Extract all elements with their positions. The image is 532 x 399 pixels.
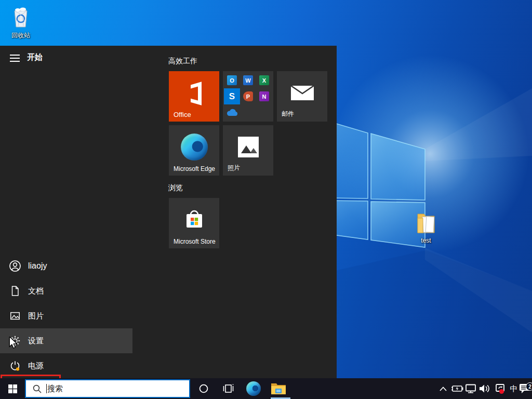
task-view-icon	[223, 383, 234, 394]
cortana-button[interactable]	[191, 378, 216, 399]
tile-store-label: Microsoft Store	[174, 238, 216, 245]
tray-update-status-button[interactable]	[493, 378, 508, 399]
tile-group-title-browse: 浏览	[168, 183, 183, 193]
user-icon	[9, 260, 21, 272]
onedrive-icon	[226, 109, 238, 117]
office-icon	[183, 81, 205, 107]
recycle-bin-icon	[8, 4, 33, 30]
sidebar-item-settings[interactable]: 设置	[0, 328, 132, 353]
sidebar-item-power[interactable]: 电源	[0, 353, 132, 378]
desktop-icon-test-folder[interactable]: test	[408, 210, 444, 244]
battery-charging-icon	[451, 385, 463, 392]
power-icon	[9, 360, 21, 372]
tile-group-title-productivity: 高效工作	[168, 57, 197, 66]
gear-icon	[9, 335, 21, 347]
start-menu-title: 开始	[27, 52, 43, 62]
pictures-icon	[9, 310, 21, 322]
skype-icon: S	[224, 88, 240, 104]
pictures-label: 图片	[28, 311, 44, 321]
microsoft-store-icon	[182, 208, 206, 232]
excel-icon: X	[259, 75, 269, 85]
tray-hidden-icons-button[interactable]	[435, 378, 451, 399]
windows-desktop: 回收站 test 开始 高效工作	[0, 0, 532, 399]
folder-icon	[413, 210, 440, 236]
windows-logo-icon	[8, 384, 17, 393]
tile-edge-label: Microsoft Edge	[174, 165, 215, 172]
tile-microsoft-edge[interactable]: Microsoft Edge	[169, 125, 219, 176]
documents-label: 文档	[28, 286, 44, 296]
text-caret	[46, 384, 47, 393]
tray-battery-button[interactable]	[450, 378, 464, 399]
document-icon	[9, 285, 21, 297]
action-center-button[interactable]: 2	[517, 378, 532, 399]
sidebar-item-pictures[interactable]: 图片	[0, 303, 132, 328]
start-menu-header: 开始	[0, 46, 132, 71]
desktop-icon-recycle-bin[interactable]: 回收站	[3, 4, 39, 40]
taskbar-search-input[interactable]: 搜索	[25, 379, 190, 398]
test-folder-label: test	[408, 237, 444, 244]
edge-icon	[181, 134, 208, 161]
tile-photos[interactable]: 照片	[223, 125, 273, 176]
speaker-icon	[479, 384, 490, 393]
edge-icon	[246, 381, 261, 396]
tile-mail[interactable]: 邮件	[277, 71, 327, 122]
tile-office-suite-folder[interactable]: O W X S P N	[223, 71, 273, 122]
office-suite-grid: O W X S P N	[224, 72, 272, 121]
search-icon	[33, 384, 42, 393]
settings-label: 设置	[28, 336, 44, 346]
chevron-up-icon	[440, 387, 447, 391]
notification-count-badge: 2	[526, 382, 532, 391]
tray-network-button[interactable]	[463, 378, 478, 399]
start-button[interactable]	[0, 378, 25, 399]
taskbar: 搜索	[0, 378, 532, 399]
tray-volume-button[interactable]	[477, 378, 493, 399]
hamburger-menu-button[interactable]	[5, 50, 24, 66]
tile-mail-label: 邮件	[282, 110, 294, 118]
ime-indicator-label: 中	[510, 384, 518, 394]
task-view-button[interactable]	[216, 378, 241, 399]
cortana-icon	[199, 384, 208, 393]
file-explorer-icon	[271, 382, 286, 395]
power-label: 电源	[28, 361, 44, 371]
tile-office[interactable]: Office	[169, 71, 219, 122]
search-placeholder-text: 搜索	[47, 384, 63, 394]
word-icon: W	[243, 75, 253, 85]
taskbar-edge-button[interactable]	[241, 378, 266, 399]
tile-microsoft-store[interactable]: Microsoft Store	[169, 198, 219, 248]
hamburger-icon	[10, 55, 20, 62]
onenote-icon: N	[259, 91, 269, 101]
sidebar-item-user[interactable]: liaojy	[0, 254, 132, 278]
taskbar-file-explorer-button[interactable]	[266, 378, 291, 399]
tile-photos-label: 照片	[228, 164, 240, 172]
start-menu: 开始 高效工作 Office O W X S P N	[0, 46, 337, 378]
mail-icon	[290, 85, 314, 101]
network-icon	[465, 384, 476, 393]
powerpoint-icon: P	[243, 91, 253, 101]
user-label: liaojy	[28, 261, 47, 271]
update-alert-icon	[495, 383, 506, 394]
recycle-bin-label: 回收站	[3, 31, 39, 40]
sidebar-item-documents[interactable]: 文档	[0, 278, 132, 303]
photos-icon	[237, 136, 259, 158]
tile-office-label: Office	[174, 111, 191, 118]
outlook-icon: O	[227, 75, 237, 85]
